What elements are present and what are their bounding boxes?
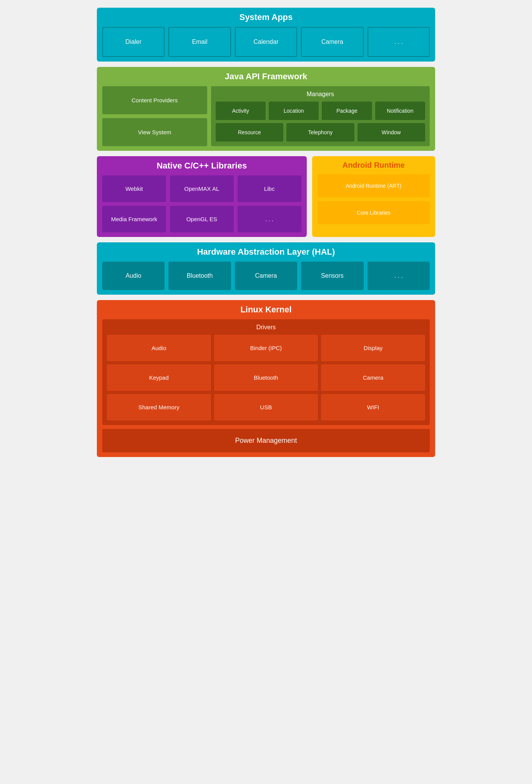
manager-tile: Telephony	[286, 123, 354, 142]
java-api-right: Managers ActivityLocationPackageNotifica…	[211, 86, 430, 146]
native-cpp-tile: . . .	[238, 206, 301, 232]
driver-tile: Bluetooth	[214, 364, 318, 391]
native-cpp-layer: Native C/C++ Libraries WebkitOpenMAX ALL…	[97, 156, 307, 237]
native-cpp-tile: Webkit	[102, 175, 166, 202]
java-api-left: Content ProvidersView System	[102, 86, 207, 146]
system-apps-tile: Camera	[301, 27, 363, 57]
native-cpp-title: Native C/C++ Libraries	[102, 161, 301, 171]
driver-tile: Camera	[321, 364, 425, 391]
native-cpp-tiles: WebkitOpenMAX ALLibcMedia FrameworkOpenG…	[102, 175, 301, 232]
drivers-row: KeypadBluetoothCamera	[107, 364, 425, 391]
manager-tile: Location	[269, 102, 319, 120]
hal-layer: Hardware Abstraction Layer (HAL) AudioBl…	[97, 242, 435, 295]
android-runtime-tile: Android Runtime (ART)	[318, 174, 430, 197]
driver-tile: Binder (IPC)	[214, 335, 318, 361]
manager-tile: Notification	[375, 102, 425, 120]
driver-tile: USB	[214, 394, 318, 420]
java-api-inner: Content ProvidersView System Managers Ac…	[102, 86, 430, 146]
hal-tile: Bluetooth	[168, 262, 231, 290]
native-cpp-tile: OpenGL ES	[170, 206, 234, 232]
hal-tile: Camera	[235, 262, 297, 290]
drivers-title: Drivers	[107, 324, 425, 331]
driver-tile: Keypad	[107, 364, 211, 391]
system-apps-tiles: DialerEmailCalendarCamera. . .	[102, 27, 430, 57]
manager-tile: Resource	[216, 123, 283, 142]
driver-tile: Display	[321, 335, 425, 361]
java-api-layer: Java API Framework Content ProvidersView…	[97, 67, 435, 151]
java-api-title: Java API Framework	[102, 72, 430, 82]
manager-tile: Package	[322, 102, 372, 120]
driver-tile: Audio	[107, 335, 211, 361]
driver-tile: WIFI	[321, 394, 425, 420]
system-apps-tile: Email	[168, 27, 231, 57]
manager-tile: Window	[357, 123, 425, 142]
java-api-left-tile: View System	[102, 118, 207, 146]
managers-grid: ActivityLocationPackageNotificationResou…	[216, 102, 425, 142]
android-runtime-title: Android Runtime	[318, 161, 430, 170]
native-cpp-tile: Media Framework	[102, 206, 166, 232]
hal-title: Hardware Abstraction Layer (HAL)	[102, 247, 430, 257]
managers-title: Managers	[216, 91, 425, 98]
driver-tile: Shared Memory	[107, 394, 211, 420]
system-apps-layer: System Apps DialerEmailCalendarCamera. .…	[97, 8, 435, 62]
linux-kernel-title: Linux Kernel	[102, 305, 430, 315]
native-runtime-row: Native C/C++ Libraries WebkitOpenMAX ALL…	[97, 156, 435, 237]
hal-tiles: AudioBluetoothCameraSensors. . .	[102, 262, 430, 290]
hal-tile: . . .	[367, 262, 430, 290]
hal-tile: Audio	[102, 262, 165, 290]
hal-tile: Sensors	[301, 262, 363, 290]
linux-kernel-layer: Linux Kernel Drivers AudioBinder (IPC)Di…	[97, 300, 435, 457]
system-apps-title: System Apps	[102, 12, 430, 22]
drivers-grid: AudioBinder (IPC)DisplayKeypadBluetoothC…	[107, 335, 425, 420]
java-api-left-tile: Content Providers	[102, 86, 207, 114]
drivers-box: Drivers AudioBinder (IPC)DisplayKeypadBl…	[102, 319, 430, 425]
android-runtime-tiles: Android Runtime (ART)Core Libraries	[318, 174, 430, 224]
native-cpp-tile: Libc	[238, 175, 301, 202]
system-apps-tile: Calendar	[235, 27, 297, 57]
android-runtime-layer: Android Runtime Android Runtime (ART)Cor…	[312, 156, 435, 237]
manager-tile: Activity	[216, 102, 266, 120]
native-cpp-tile: OpenMAX AL	[170, 175, 234, 202]
power-management: Power Management	[102, 429, 430, 452]
system-apps-tile: Dialer	[102, 27, 165, 57]
system-apps-tile: . . .	[367, 27, 430, 57]
drivers-row: Shared MemoryUSBWIFI	[107, 394, 425, 420]
android-runtime-tile: Core Libraries	[318, 201, 430, 224]
drivers-row: AudioBinder (IPC)Display	[107, 335, 425, 361]
